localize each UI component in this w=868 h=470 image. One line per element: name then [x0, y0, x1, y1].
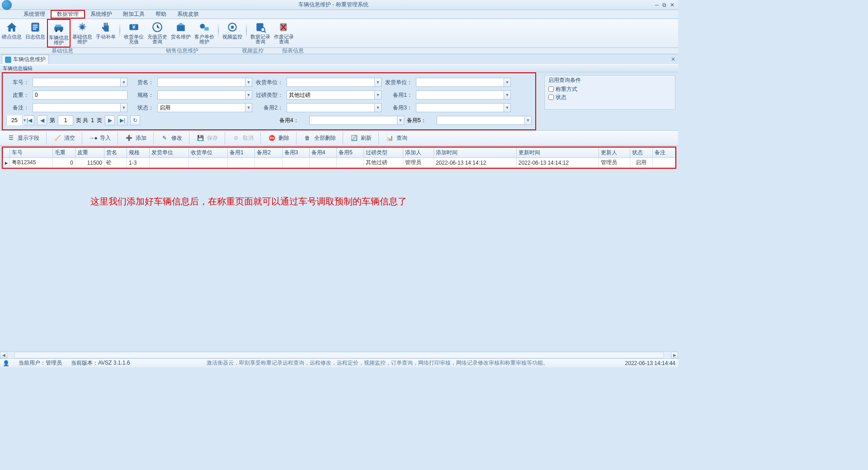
field-spare5[interactable]: ▼: [437, 116, 532, 125]
menu-data[interactable]: 数据管理: [51, 10, 85, 19]
chevron-down-icon[interactable]: ▼: [504, 104, 510, 112]
chevron-down-icon[interactable]: ▼: [120, 78, 127, 86]
pager-page-input[interactable]: [58, 115, 73, 125]
btn-delete[interactable]: ⛔删除: [263, 132, 294, 144]
col-header[interactable]: 更新人: [599, 148, 630, 158]
minimize-button[interactable]: ─: [655, 2, 659, 8]
col-header[interactable]: 过磅类型: [364, 148, 403, 158]
scroll-right-button[interactable]: ▶: [671, 352, 678, 358]
cell[interactable]: [150, 158, 189, 168]
chevron-down-icon[interactable]: ▼: [397, 116, 404, 124]
chevron-down-icon[interactable]: ▼: [245, 91, 252, 99]
btn-clear[interactable]: 🧹清空: [48, 132, 80, 144]
checkbox-input-weightmode[interactable]: [548, 86, 554, 92]
checkbox-weightmode[interactable]: 称重方式: [548, 85, 671, 93]
col-header[interactable]: 备用5: [336, 148, 363, 158]
chevron-down-icon[interactable]: ▼: [504, 78, 510, 86]
hscrollbar[interactable]: ◀ ▶: [0, 351, 678, 358]
cell[interactable]: 启用: [630, 158, 652, 168]
input-spare2[interactable]: [287, 104, 374, 112]
chevron-down-icon[interactable]: ▼: [245, 104, 252, 112]
btn-save[interactable]: 💾保存: [191, 132, 223, 144]
cell[interactable]: 管理员: [403, 158, 434, 168]
input-send[interactable]: [416, 78, 504, 86]
input-wtype[interactable]: [287, 91, 374, 99]
col-header[interactable]: 备用3: [282, 148, 309, 158]
input-car[interactable]: [33, 78, 120, 86]
pager-prev-button[interactable]: ◀: [37, 115, 47, 125]
input-spec[interactable]: [158, 91, 245, 99]
col-header[interactable]: 备用1: [228, 148, 255, 158]
ribbon-btn-home[interactable]: 磅点信息: [0, 19, 24, 47]
col-header[interactable]: 毛重: [52, 148, 75, 158]
field-recv[interactable]: ▼: [287, 78, 382, 87]
input-recv[interactable]: [287, 78, 374, 86]
cell[interactable]: 11500: [75, 158, 104, 168]
menu-addons[interactable]: 附加工具: [118, 10, 150, 19]
ribbon-btn-car[interactable]: 车辆信息维护: [47, 19, 71, 47]
field-goods[interactable]: ▼: [157, 78, 252, 87]
tab-close-button[interactable]: ✕: [671, 56, 675, 62]
btn-add[interactable]: ➕添加: [120, 132, 151, 144]
btn-deleteall[interactable]: 🗑全部删除: [298, 132, 341, 144]
cell[interactable]: [228, 158, 255, 168]
col-header[interactable]: 收货单位: [189, 148, 227, 158]
tab-vehicle[interactable]: 车辆信息维护: [2, 55, 49, 64]
cell[interactable]: 管理员: [599, 158, 630, 168]
cell[interactable]: [282, 158, 309, 168]
cell[interactable]: [309, 158, 336, 168]
ribbon-btn-price[interactable]: 客户单价维护: [193, 19, 216, 47]
ribbon-btn-dataq[interactable]: 数据记录查询: [249, 19, 272, 47]
field-remark[interactable]: ▼: [33, 103, 127, 112]
field-spec[interactable]: ▼: [157, 90, 252, 100]
col-header[interactable]: 添加时间: [434, 148, 516, 158]
field-spare1[interactable]: ▼: [416, 90, 511, 100]
input-status[interactable]: [158, 104, 245, 112]
cell[interactable]: [255, 158, 282, 168]
col-header[interactable]: 发货单位: [150, 148, 189, 158]
cell[interactable]: [652, 158, 675, 168]
chevron-down-icon[interactable]: ▼: [524, 116, 531, 124]
pager-last-button[interactable]: ▶|: [118, 115, 127, 125]
field-spare4[interactable]: ▼: [309, 116, 404, 125]
cell[interactable]: 2022-06-13 14:14:12: [516, 158, 599, 168]
col-header[interactable]: 皮重: [75, 148, 104, 158]
table-row[interactable]: ▸粤B12345011500砼1-3其他过磅管理员2022-06-13 14:1…: [3, 158, 675, 168]
col-header[interactable]: 添加人: [403, 148, 434, 158]
ribbon-btn-log[interactable]: 日志信息: [24, 19, 47, 47]
maximize-button[interactable]: ⧉: [662, 2, 666, 8]
ribbon-btn-history[interactable]: 充值历史查询: [146, 19, 169, 47]
chevron-down-icon[interactable]: ▼: [374, 78, 381, 86]
input-pagesize[interactable]: [7, 115, 22, 125]
menu-system[interactable]: 系统管理: [18, 10, 51, 19]
input-goods[interactable]: [158, 78, 245, 86]
cell[interactable]: 1-3: [127, 158, 150, 168]
pager-next-button[interactable]: ▶: [105, 115, 115, 125]
ribbon-btn-hand[interactable]: 手动补单: [94, 19, 118, 47]
close-button[interactable]: ✕: [670, 2, 675, 8]
ribbon-btn-gear[interactable]: 基础信息维护: [71, 19, 94, 47]
cell[interactable]: 砼: [104, 158, 127, 168]
btn-refresh[interactable]: 🔄刷新: [345, 132, 377, 144]
cell[interactable]: 粤B12345: [10, 158, 53, 168]
col-header[interactable]: 更新时间: [516, 148, 599, 158]
field-status[interactable]: ▼: [157, 103, 252, 112]
btn-edit[interactable]: ✎修改: [156, 132, 187, 144]
col-header[interactable]: 货名: [104, 148, 127, 158]
input-tare[interactable]: [33, 91, 127, 99]
col-header[interactable]: 车号: [10, 148, 53, 158]
ribbon-btn-voidq[interactable]: 作废记录查询: [272, 19, 296, 47]
col-header[interactable]: 规格: [127, 148, 150, 158]
chevron-down-icon[interactable]: ▼: [374, 104, 381, 112]
btn-query[interactable]: 📊查询: [381, 132, 412, 144]
btn-import[interactable]: →●导入: [84, 132, 116, 144]
col-header[interactable]: 备注: [652, 148, 675, 158]
scroll-left-button[interactable]: ◀: [0, 352, 7, 358]
input-remark[interactable]: [33, 104, 120, 112]
input-spare1[interactable]: [416, 91, 504, 99]
menu-sysmaint[interactable]: 系统维护: [85, 10, 118, 19]
col-header[interactable]: 备用2: [255, 148, 282, 158]
ribbon-btn-recharge[interactable]: ¥收货单位充值: [122, 19, 146, 47]
btn-cancel[interactable]: ⊘取消: [227, 132, 259, 144]
field-wtype[interactable]: ▼: [287, 90, 382, 100]
